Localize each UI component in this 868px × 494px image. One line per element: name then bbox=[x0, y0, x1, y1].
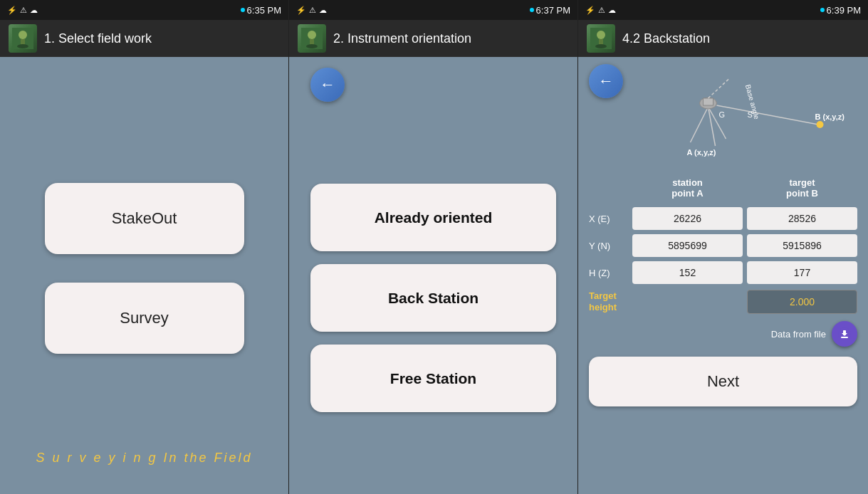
svg-text:G: G bbox=[719, 110, 726, 119]
back-button-3[interactable]: ← bbox=[589, 64, 623, 98]
svg-point-5 bbox=[308, 31, 316, 39]
footer-text: S u r v e y i n g In the Field bbox=[36, 451, 252, 466]
svg-rect-29 bbox=[841, 337, 848, 338]
battery-indicator-2: 6:37 PM bbox=[530, 5, 570, 16]
panel-1: ⚡ ⚠ ☁ 6:35 PM 1. Select field work bbox=[0, 0, 289, 494]
svg-rect-12 bbox=[648, 64, 840, 171]
app-icon-3 bbox=[587, 24, 615, 53]
app-icon-1 bbox=[9, 24, 37, 53]
panel1-title: 1. Select field work bbox=[44, 31, 152, 46]
status-time-1: 6:35 PM bbox=[247, 5, 281, 16]
free-station-button[interactable]: Free Station bbox=[310, 345, 556, 412]
panel2-title: 2. Instrument orientation bbox=[333, 31, 471, 46]
app-icon-2 bbox=[298, 24, 326, 53]
target-height-row: Targetheight 2.000 bbox=[589, 290, 857, 314]
already-oriented-button[interactable]: Already oriented bbox=[310, 184, 556, 251]
cloud-icon-2: ☁ bbox=[319, 6, 327, 15]
status-time-3: 6:39 PM bbox=[827, 5, 861, 16]
svg-point-11 bbox=[595, 44, 607, 48]
data-from-file-label: Data from file bbox=[771, 329, 826, 340]
diagram-svg: A (x,y,z) B (x,y,z) S G Base angle bbox=[630, 64, 857, 171]
status-icons-2: ⚡ ⚠ ☁ bbox=[296, 6, 327, 15]
app-icon-inner-2 bbox=[298, 24, 326, 53]
file-upload-icon bbox=[837, 327, 852, 341]
svg-point-20 bbox=[817, 121, 824, 128]
free-station-label: Free Station bbox=[390, 370, 476, 387]
title-bar-2: 2. Instrument orientation bbox=[289, 20, 577, 57]
cell-yn-a[interactable]: 5895699 bbox=[632, 234, 743, 257]
cell-yn-b[interactable]: 5915896 bbox=[747, 234, 857, 257]
battery-indicator-1: 6:35 PM bbox=[241, 5, 281, 16]
status-icons-1: ⚡ ⚠ ☁ bbox=[7, 6, 38, 15]
usb-icon-2: ⚡ bbox=[296, 6, 306, 15]
svg-point-3 bbox=[17, 44, 28, 48]
status-bar-3: ⚡ ⚠ ☁ 6:39 PM bbox=[578, 0, 868, 20]
svg-point-7 bbox=[306, 44, 318, 48]
svg-text:B (x,y,z): B (x,y,z) bbox=[815, 112, 845, 121]
back-station-button[interactable]: Back Station bbox=[310, 264, 556, 332]
signal-dot-2 bbox=[530, 8, 534, 12]
row-xe: X (E) 26226 28526 bbox=[589, 207, 857, 230]
cell-hz-b[interactable]: 177 bbox=[747, 261, 857, 284]
status-bar-1: ⚡ ⚠ ☁ 6:35 PM bbox=[0, 0, 288, 20]
app-icon-inner-3 bbox=[587, 24, 615, 53]
table-header: stationpoint A targetpoint B bbox=[589, 174, 857, 201]
menu-cards: Already oriented Back Station Free Stati… bbox=[310, 112, 556, 483]
battery-indicator-3: 6:39 PM bbox=[820, 5, 861, 16]
panel1-content: StakeOut Survey S u r v e y i n g In the… bbox=[0, 57, 288, 494]
backstation-diagram: A (x,y,z) B (x,y,z) S G Base angle bbox=[630, 64, 857, 171]
stakeout-label: StakeOut bbox=[112, 209, 177, 228]
label-hz: H (Z) bbox=[589, 266, 628, 280]
cloud-icon: ☁ bbox=[30, 6, 38, 15]
cell-xe-a[interactable]: 26226 bbox=[632, 207, 743, 230]
label-yn: Y (N) bbox=[589, 239, 628, 253]
status-icons-3: ⚡ ⚠ ☁ bbox=[585, 6, 616, 15]
col1-header: stationpoint A bbox=[632, 174, 743, 201]
panel2-content: ← Already oriented Back Station Free Sta… bbox=[289, 57, 577, 494]
signal-dot-1 bbox=[241, 8, 245, 12]
warning-icon-3: ⚠ bbox=[598, 6, 605, 15]
warning-icon-2: ⚠ bbox=[309, 6, 316, 15]
back-button-2[interactable]: ← bbox=[310, 68, 345, 102]
label-xe: X (E) bbox=[589, 212, 628, 226]
target-height-value[interactable]: 2.000 bbox=[747, 290, 857, 314]
usb-icon: ⚡ bbox=[7, 6, 17, 15]
cards-group: StakeOut Survey bbox=[45, 85, 244, 451]
title-bar-3: 4.2 Backstation bbox=[578, 20, 868, 57]
app-icon-inner-1 bbox=[9, 24, 37, 53]
cell-hz-a[interactable]: 152 bbox=[632, 261, 743, 284]
svg-point-1 bbox=[19, 31, 27, 39]
row-yn: Y (N) 5895699 5915896 bbox=[589, 234, 857, 257]
signal-dot-3 bbox=[820, 8, 825, 12]
next-button[interactable]: Next bbox=[589, 357, 857, 406]
data-from-file-row: Data from file bbox=[589, 321, 857, 347]
usb-icon-3: ⚡ bbox=[585, 6, 595, 15]
data-from-file-button[interactable] bbox=[832, 321, 857, 347]
stakeout-button[interactable]: StakeOut bbox=[45, 183, 244, 254]
next-label: Next bbox=[707, 372, 739, 391]
warning-icon: ⚠ bbox=[20, 6, 27, 15]
svg-rect-17 bbox=[704, 98, 713, 105]
already-oriented-label: Already oriented bbox=[375, 209, 493, 226]
panel-2: ⚡ ⚠ ☁ 6:37 PM 2. Instrument orientation … bbox=[289, 0, 578, 494]
back-station-label: Back Station bbox=[388, 290, 479, 307]
panel-3: ⚡ ⚠ ☁ 6:39 PM 4.2 Backstation bbox=[578, 0, 868, 494]
status-bar-2: ⚡ ⚠ ☁ 6:37 PM bbox=[289, 0, 577, 20]
cloud-icon-3: ☁ bbox=[608, 6, 616, 15]
svg-point-9 bbox=[597, 31, 605, 39]
cell-xe-b[interactable]: 28526 bbox=[747, 207, 857, 230]
panel3-top: ← bbox=[589, 64, 857, 171]
col2-header: targetpoint B bbox=[747, 174, 857, 201]
back-arrow-3: ← bbox=[598, 72, 614, 90]
panel3-content: ← bbox=[578, 57, 868, 494]
survey-label: Survey bbox=[120, 309, 168, 327]
survey-button[interactable]: Survey bbox=[45, 283, 244, 354]
svg-text:A (x,y,z): A (x,y,z) bbox=[687, 148, 716, 157]
status-time-2: 6:37 PM bbox=[536, 5, 570, 16]
back-arrow-2: ← bbox=[320, 75, 335, 94]
data-table: stationpoint A targetpoint B X (E) 26226… bbox=[589, 174, 857, 487]
panel3-title: 4.2 Backstation bbox=[622, 31, 710, 46]
row-hz: H (Z) 152 177 bbox=[589, 261, 857, 284]
title-bar-1: 1. Select field work bbox=[0, 20, 288, 57]
header-empty bbox=[589, 174, 628, 201]
